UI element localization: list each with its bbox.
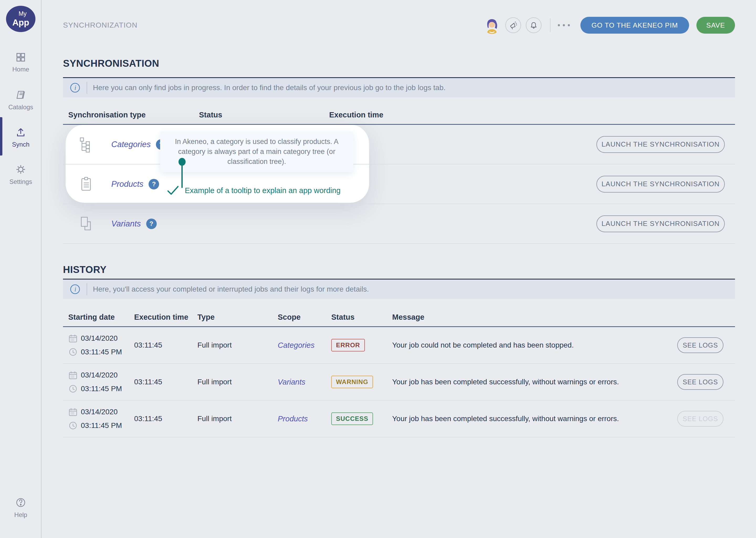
app-logo-line1: My (19, 10, 27, 17)
history-execution-time: 03:11:45 (134, 378, 197, 386)
status-badge-success: SUCCESS (331, 412, 373, 425)
user-avatar[interactable] (483, 17, 500, 34)
history-info-text: Here, you'll access your completed or in… (93, 285, 369, 294)
history-type: Full import (197, 414, 278, 423)
tooltip-bubble: In Akeneo, a category is used to classif… (160, 131, 353, 172)
topbar: SYNCHRONIZATION (63, 15, 735, 35)
launch-sync-variants-button[interactable]: LAUNCH THE SYNCHRONISATION (596, 215, 725, 232)
notifications-button[interactable] (526, 17, 542, 33)
column-synchronisation-type: Synchronisation type (68, 111, 199, 119)
go-to-pim-button[interactable]: GO TO THE AKENEO PIM (580, 17, 689, 34)
info-icon: i (69, 284, 81, 295)
variants-squares-icon (79, 216, 96, 232)
catalogs-book-icon (15, 89, 27, 101)
tooltip-pointer-dot (178, 158, 186, 166)
sync-row-label-variants[interactable]: Variants (111, 219, 141, 229)
history-message: Your job could not be completed and has … (392, 341, 677, 350)
info-icon: i (69, 82, 81, 93)
svg-text:i: i (74, 84, 76, 91)
banner-divider (87, 283, 87, 295)
check-icon (167, 186, 179, 195)
column-starting-date: Starting date (68, 313, 134, 322)
history-starting-date: 03/14/2020 (81, 334, 118, 343)
sidebar-item-label: Synch (12, 141, 30, 148)
help-question-icon (15, 497, 27, 509)
history-execution-time: 03:11:45 (134, 341, 197, 350)
app-logo: My App (6, 6, 35, 32)
sidebar-item-label: Settings (10, 178, 32, 186)
column-message: Message (392, 313, 677, 322)
history-section-title: HISTORY (63, 264, 735, 276)
column-scope: Scope (278, 313, 331, 322)
sidebar-item-label: Catalogs (8, 103, 33, 111)
history-starting-date: 03/14/2020 (81, 371, 118, 379)
categories-tree-icon (79, 136, 96, 153)
main-content: SYNCHRONIZATION (41, 0, 756, 538)
column-execution-time: Execution time (329, 111, 596, 119)
history-table-header: Starting date Execution time Type Scope … (63, 299, 735, 326)
history-row: 03/14/2020 03:11:45 PM 03:11:45 Full imp… (63, 364, 735, 401)
see-logs-button[interactable]: SEE LOGS (677, 374, 724, 390)
see-logs-button-disabled: SEE LOGS (677, 411, 724, 427)
status-badge-error: ERROR (331, 339, 365, 351)
history-starting-time: 03:11:45 PM (81, 348, 122, 356)
sync-row-label-products[interactable]: Products (111, 180, 143, 189)
history-scope-link[interactable]: Categories (278, 341, 331, 350)
announcements-button[interactable] (505, 17, 521, 33)
save-button[interactable]: SAVE (696, 17, 735, 34)
history-row: 03/14/2020 03:11:45 PM 03:11:45 Full imp… (63, 327, 735, 364)
see-logs-button[interactable]: SEE LOGS (677, 337, 724, 353)
history-row: 03/14/2020 03:11:45 PM 03:11:45 Full imp… (63, 401, 735, 437)
tooltip-pointer-line (181, 165, 183, 188)
sync-row-variants: Variants ? LAUNCH THE SYNCHRONISATION (63, 204, 735, 244)
sidebar-item-settings[interactable]: Settings (0, 163, 41, 186)
status-badge-warning: WARNING (331, 376, 373, 388)
bell-icon (529, 20, 539, 30)
products-help-badge[interactable]: ? (149, 179, 159, 189)
sync-section-title: SYNCHRONISATION (63, 58, 735, 69)
sidebar-item-catalogs[interactable]: Catalogs (0, 89, 41, 111)
sync-table-header: Synchronisation type Status Execution ti… (63, 97, 735, 124)
history-type: Full import (197, 378, 278, 386)
clock-icon (68, 421, 78, 430)
sync-row-label-categories[interactable]: Categories (111, 140, 151, 149)
megaphone-icon (508, 20, 518, 30)
topbar-actions: GO TO THE AKENEO PIM SAVE (483, 17, 735, 34)
topbar-divider (550, 19, 550, 32)
column-status: Status (331, 313, 392, 322)
calendar-icon (68, 407, 78, 417)
calendar-icon (68, 370, 78, 380)
sidebar-item-help[interactable]: Help (0, 497, 41, 518)
history-message: Your job has been completed successfully… (392, 414, 677, 423)
history-starting-time: 03:11:45 PM (81, 421, 122, 430)
history-table: Starting date Execution time Type Scope … (63, 299, 735, 437)
launch-sync-products-button[interactable]: LAUNCH THE SYNCHRONISATION (596, 176, 725, 192)
home-grid-icon (15, 51, 26, 63)
history-message: Your job has been completed successfully… (392, 378, 677, 386)
clock-icon (68, 384, 78, 394)
sidebar-item-synch[interactable]: Synch (0, 126, 41, 148)
history-starting-date: 03/14/2020 (81, 408, 118, 416)
tooltip-caption-text: Example of a tooltip to explain an app w… (185, 186, 341, 195)
history-scope-link[interactable]: Products (278, 414, 331, 423)
tooltip-caption: Example of a tooltip to explain an app w… (167, 186, 341, 195)
products-clipboard-icon (79, 176, 96, 192)
settings-gear-icon (15, 163, 27, 176)
history-info-banner: i Here, you'll access your completed or … (63, 279, 735, 299)
column-execution-time: Execution time (134, 313, 197, 322)
variants-help-badge[interactable]: ? (146, 219, 157, 229)
page-title: SYNCHRONIZATION (63, 21, 138, 29)
synch-upload-icon (15, 126, 27, 138)
launch-sync-categories-button[interactable]: LAUNCH THE SYNCHRONISATION (596, 136, 725, 153)
history-scope-link[interactable]: Variants (278, 378, 331, 386)
sidebar-item-home[interactable]: Home (0, 51, 41, 73)
overflow-menu-icon[interactable] (558, 24, 570, 26)
column-status: Status (199, 111, 329, 119)
sync-info-text: Here you can only find jobs in progress.… (93, 83, 446, 92)
sidebar-item-label: Home (12, 66, 29, 73)
sync-info-banner: i Here you can only find jobs in progres… (63, 77, 735, 97)
history-starting-time: 03:11:45 PM (81, 385, 122, 393)
calendar-icon (68, 334, 78, 343)
app-logo-line2: App (12, 18, 29, 27)
history-type: Full import (197, 341, 278, 350)
